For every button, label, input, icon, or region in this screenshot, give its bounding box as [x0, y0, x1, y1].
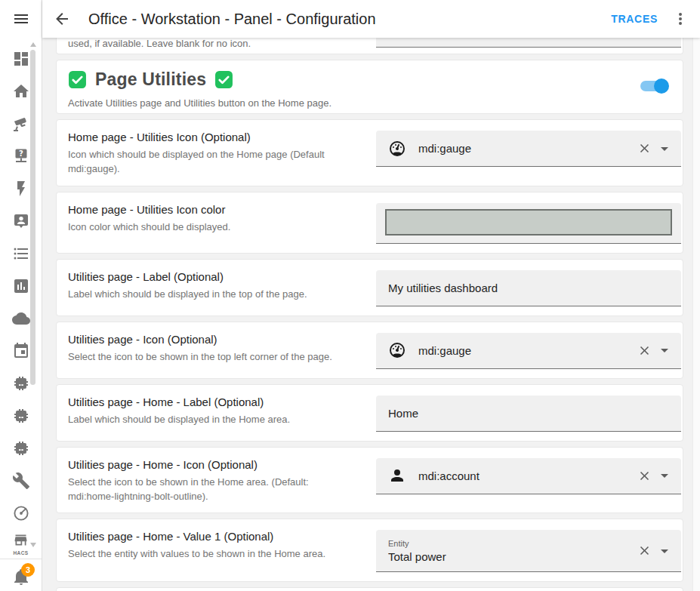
config-row-clipped: used, if available. Leave blank for no i…: [56, 38, 683, 54]
chevron-down-icon[interactable]: [655, 140, 674, 158]
format-list-icon: [12, 245, 30, 263]
sidebar-item-calendar[interactable]: [0, 334, 42, 367]
text-field-partial[interactable]: [376, 38, 681, 48]
row-description: Icon color which should be displayed.: [68, 220, 353, 235]
gauge-icon: [388, 341, 406, 359]
color-swatch[interactable]: [385, 209, 672, 235]
clear-icon[interactable]: [637, 141, 652, 155]
page-utilities-toggle[interactable]: [640, 78, 669, 94]
clear-icon[interactable]: [637, 343, 652, 358]
sidebar-item-energy[interactable]: [0, 172, 42, 205]
chevron-down-icon[interactable]: [655, 542, 674, 560]
sidebar-item-chip-3[interactable]: [0, 432, 42, 464]
config-row: Utilities page - Icon (Optional) Select …: [56, 322, 683, 379]
sidebar-scrollbar-thumb[interactable]: [30, 50, 35, 385]
hacs-label: HACS: [13, 550, 28, 556]
sidebar-scrollbar-down-arrow[interactable]: [30, 543, 36, 547]
app-header: Office - Workstation - Panel - Configura…: [42, 0, 700, 38]
row-label: Utilities page - Icon (Optional): [68, 333, 353, 346]
section-title: Page Utilities: [95, 69, 206, 90]
row-description: Select the icon to be shown in the top l…: [68, 350, 353, 365]
field-value: Home: [388, 407, 674, 420]
cloud-icon: [12, 309, 30, 328]
row-label: Utilities page - Label (Optional): [68, 270, 353, 283]
sidebar-menu-button[interactable]: [0, 0, 42, 37]
row-description: used, if available. Leave blank for no i…: [68, 38, 251, 49]
section-description: Activate Utilities page and Utilities bu…: [68, 97, 671, 109]
hamburger-icon: [12, 10, 30, 28]
text-field[interactable]: Home: [376, 396, 681, 432]
wrench-icon: [12, 472, 30, 490]
chevron-down-icon[interactable]: [655, 466, 674, 485]
sidebar-item-home[interactable]: [0, 75, 42, 107]
sidebar-item-history-stats[interactable]: [0, 269, 42, 302]
row-description: Icon which should be displayed on the Ho…: [68, 148, 353, 177]
kebab-menu-button[interactable]: [671, 10, 689, 28]
svg-text:?: ?: [19, 149, 23, 158]
account-icon: [388, 466, 406, 485]
page-title: Office - Workstation - Panel - Configura…: [88, 11, 611, 28]
section-page-utilities: Page Utilities Activate Utilities page a…: [56, 60, 683, 114]
sidebar-item-chip-2[interactable]: [0, 399, 42, 432]
sidebar-item-dashboard[interactable]: [0, 42, 42, 75]
config-row: Utilities page - Home - Value 2 (Optiona…: [56, 587, 683, 591]
calendar-icon: [12, 342, 30, 360]
sidebar-item-todo-list[interactable]: [0, 237, 42, 269]
checkmark-icon: [214, 70, 233, 89]
clear-icon[interactable]: [637, 469, 652, 483]
sidebar-item-help-network[interactable]: ?: [0, 140, 42, 172]
field-floating-label: Entity: [388, 539, 637, 548]
sidebar: ? HACS 3: [0, 0, 42, 591]
sidebar-item-speedometer[interactable]: [0, 497, 42, 529]
notification-badge: 3: [21, 563, 35, 577]
chart-box-icon: [12, 277, 30, 295]
gauge-icon: [388, 140, 406, 158]
row-description: Select the entity with values to be show…: [68, 547, 353, 562]
sidebar-item-chip-1[interactable]: [0, 367, 42, 399]
sidebar-item-cloud[interactable]: [0, 302, 42, 334]
row-description: Label which should be displayed in the t…: [68, 288, 353, 302]
icon-select-field[interactable]: mdi:gauge: [376, 131, 681, 167]
row-label: Home page - Utilities Icon (Optional): [68, 131, 353, 143]
chevron-down-icon[interactable]: [655, 341, 674, 359]
config-scroll-area: used, if available. Leave blank for no i…: [42, 38, 700, 591]
checkmark-icon: [68, 70, 87, 89]
config-row: Utilities page - Home - Value 1 (Optiona…: [56, 519, 683, 582]
entity-select-field[interactable]: Entity Total power: [376, 530, 681, 572]
chip-icon: [12, 439, 30, 457]
sidebar-scrollbar-up-arrow[interactable]: [30, 42, 36, 47]
main-area: Office - Workstation - Panel - Configura…: [42, 0, 700, 591]
color-picker-field[interactable]: [376, 203, 681, 244]
speedometer-icon: [12, 504, 30, 522]
config-row: Utilities page - Home - Icon (Optional) …: [56, 447, 683, 514]
icon-select-field[interactable]: mdi:gauge: [376, 333, 681, 369]
field-value: mdi:account: [418, 469, 637, 482]
config-row: Home page - Utilities Icon (Optional) Ic…: [56, 119, 683, 186]
sidebar-item-developer-tools[interactable]: [0, 464, 42, 497]
row-label: Utilities page - Home - Value 1 (Optiona…: [68, 530, 353, 543]
text-field[interactable]: My utilities dashboard: [376, 270, 681, 306]
view-dashboard-icon: [12, 50, 30, 68]
chip-icon: [12, 407, 30, 425]
sidebar-divider: [0, 559, 42, 559]
sidebar-item-cameras[interactable]: [0, 107, 42, 140]
lightning-bolt-icon: [12, 180, 30, 198]
row-description: Label which should be displayed in the H…: [68, 413, 353, 427]
config-row: Utilities page - Label (Optional) Label …: [56, 259, 683, 316]
toggle-thumb: [654, 78, 669, 94]
field-value: Total power: [388, 550, 637, 563]
row-description: Select the icon to be shown in the Home …: [68, 476, 353, 504]
row-label: Utilities page - Home - Label (Optional): [68, 396, 353, 408]
chip-icon: [12, 374, 30, 392]
config-row: Utilities page - Home - Label (Optional)…: [56, 384, 683, 442]
clear-icon[interactable]: [637, 543, 652, 558]
help-network-icon: ?: [12, 147, 30, 165]
main-scrollbar[interactable]: [692, 38, 700, 591]
icon-select-field[interactable]: mdi:account: [376, 458, 681, 494]
row-label: Home page - Utilities Icon color: [68, 203, 353, 216]
sidebar-item-account-box[interactable]: [0, 205, 42, 237]
back-button[interactable]: [53, 10, 71, 28]
traces-button[interactable]: TRACES: [611, 13, 658, 25]
home-icon: [12, 82, 30, 100]
account-box-icon: [12, 212, 30, 230]
